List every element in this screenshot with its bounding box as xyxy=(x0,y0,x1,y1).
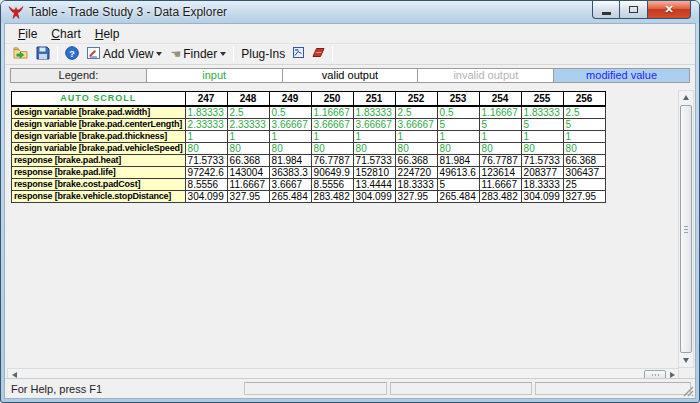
table-cell[interactable]: 2.33333 xyxy=(185,119,227,131)
open-button[interactable] xyxy=(10,44,31,65)
table-cell[interactable]: 1 xyxy=(311,131,353,143)
table-cell[interactable]: 5 xyxy=(437,119,479,131)
table-cell[interactable]: 49613.6 xyxy=(437,167,479,179)
table-cell[interactable]: 18.3333 xyxy=(521,179,563,191)
row-label[interactable]: response [brake.cost.padCost] xyxy=(12,179,186,191)
plugin-carpet-button[interactable] xyxy=(309,45,328,63)
table-cell[interactable]: 80 xyxy=(395,143,437,155)
table-cell[interactable]: 81.984 xyxy=(269,155,311,167)
menu-chart[interactable]: Chart xyxy=(44,25,87,43)
table-cell[interactable]: 8.5556 xyxy=(311,179,353,191)
row-label[interactable]: response [brake.vehicle.stopDistance] xyxy=(12,191,186,203)
table-cell[interactable]: 327.95 xyxy=(563,191,605,203)
table-cell[interactable]: 2.5 xyxy=(227,106,269,119)
menu-file[interactable]: File xyxy=(11,25,44,43)
table-cell[interactable]: 1.83333 xyxy=(521,106,563,119)
minimize-button[interactable] xyxy=(592,1,620,19)
table-cell[interactable]: 304.099 xyxy=(185,191,227,203)
vertical-scrollbar[interactable] xyxy=(678,90,694,368)
table-cell[interactable]: 18.3333 xyxy=(395,179,437,191)
table-cell[interactable]: 327.95 xyxy=(395,191,437,203)
table-cell[interactable]: 80 xyxy=(311,143,353,155)
table-cell[interactable]: 1.83333 xyxy=(353,106,395,119)
table-cell[interactable]: 2.5 xyxy=(563,106,605,119)
resize-grip-icon[interactable] xyxy=(682,385,694,397)
table-cell[interactable]: 11.6667 xyxy=(227,179,269,191)
table-cell[interactable]: 80 xyxy=(185,143,227,155)
column-header[interactable]: 249 xyxy=(269,92,311,107)
table-cell[interactable]: 1 xyxy=(395,131,437,143)
add-view-button[interactable]: Add View xyxy=(84,44,165,65)
table-cell[interactable]: 80 xyxy=(437,143,479,155)
auto-scroll-header[interactable]: AUTO SCROLL xyxy=(12,92,186,107)
row-label[interactable]: design variable [brake.pad.centerLength] xyxy=(12,119,186,131)
table-cell[interactable]: 3.66667 xyxy=(353,119,395,131)
table-cell[interactable]: 1 xyxy=(479,131,521,143)
table-cell[interactable]: 80 xyxy=(269,143,311,155)
table-cell[interactable]: 123614 xyxy=(479,167,521,179)
table-cell[interactable]: 306437 xyxy=(563,167,605,179)
column-header[interactable]: 248 xyxy=(227,92,269,107)
row-label[interactable]: response [brake.pad.heat] xyxy=(12,155,186,167)
table-cell[interactable]: 80 xyxy=(479,143,521,155)
table-cell[interactable]: 5 xyxy=(479,119,521,131)
table-cell[interactable]: 2.5 xyxy=(395,106,437,119)
table-cell[interactable]: 80 xyxy=(227,143,269,155)
table-cell[interactable]: 5 xyxy=(563,119,605,131)
table-cell[interactable]: 2.33333 xyxy=(227,119,269,131)
scroll-down-button[interactable] xyxy=(679,354,693,367)
finder-button[interactable]: ☚ Finder xyxy=(167,45,229,63)
vertical-scrollbar-thumb[interactable] xyxy=(680,105,692,353)
table-cell[interactable]: 283.482 xyxy=(479,191,521,203)
table-cell[interactable]: 3.66667 xyxy=(395,119,437,131)
table-cell[interactable]: 143004 xyxy=(227,167,269,179)
table-cell[interactable]: 1 xyxy=(353,131,395,143)
column-header[interactable]: 252 xyxy=(395,92,437,107)
table-cell[interactable]: 1 xyxy=(185,131,227,143)
save-button[interactable] xyxy=(33,44,53,65)
table-cell[interactable]: 1.83333 xyxy=(185,106,227,119)
table-cell[interactable]: 66.368 xyxy=(395,155,437,167)
table-cell[interactable]: 90649.9 xyxy=(311,167,353,179)
column-header[interactable]: 254 xyxy=(479,92,521,107)
table-cell[interactable]: 97242.6 xyxy=(185,167,227,179)
column-header[interactable]: 251 xyxy=(353,92,395,107)
table-cell[interactable]: 13.4444 xyxy=(353,179,395,191)
table-cell[interactable]: 8.5556 xyxy=(185,179,227,191)
column-header[interactable]: 256 xyxy=(563,92,605,107)
table-cell[interactable]: 265.484 xyxy=(437,191,479,203)
table-cell[interactable]: 66.368 xyxy=(227,155,269,167)
table-cell[interactable]: 304.099 xyxy=(353,191,395,203)
help-button[interactable]: ? xyxy=(62,44,82,65)
table-cell[interactable]: 1 xyxy=(227,131,269,143)
column-header[interactable]: 253 xyxy=(437,92,479,107)
row-label[interactable]: design variable [brake.pad.vehicleSpeed] xyxy=(12,143,186,155)
table-cell[interactable]: 71.5733 xyxy=(521,155,563,167)
table-cell[interactable]: 71.5733 xyxy=(185,155,227,167)
table-cell[interactable]: 3.66667 xyxy=(269,119,311,131)
table-cell[interactable]: 327.95 xyxy=(227,191,269,203)
table-cell[interactable]: 5 xyxy=(437,179,479,191)
table-cell[interactable]: 304.099 xyxy=(521,191,563,203)
close-button[interactable]: ✕ xyxy=(647,1,691,19)
menu-help[interactable]: Help xyxy=(88,25,127,43)
table-cell[interactable]: 25 xyxy=(563,179,605,191)
table-cell[interactable]: 265.484 xyxy=(269,191,311,203)
table-cell[interactable]: 80 xyxy=(353,143,395,155)
scroll-up-button[interactable] xyxy=(679,91,693,104)
table-cell[interactable]: 81.984 xyxy=(437,155,479,167)
table-cell[interactable]: 76.7787 xyxy=(479,155,521,167)
table-cell[interactable]: 80 xyxy=(521,143,563,155)
table-cell[interactable]: 152810 xyxy=(353,167,395,179)
table-cell[interactable]: 3.66667 xyxy=(311,119,353,131)
table-cell[interactable]: 208377 xyxy=(521,167,563,179)
table-cell[interactable]: 76.7787 xyxy=(311,155,353,167)
table-cell[interactable]: 71.5733 xyxy=(353,155,395,167)
column-header[interactable]: 255 xyxy=(521,92,563,107)
table-cell[interactable]: 5 xyxy=(521,119,563,131)
table-cell[interactable]: 1.16667 xyxy=(479,106,521,119)
table-cell[interactable]: 0.5 xyxy=(437,106,479,119)
row-label[interactable]: design variable [brake.pad.width] xyxy=(12,106,186,119)
column-header[interactable]: 247 xyxy=(185,92,227,107)
row-label[interactable]: design variable [brake.pad.thickness] xyxy=(12,131,186,143)
